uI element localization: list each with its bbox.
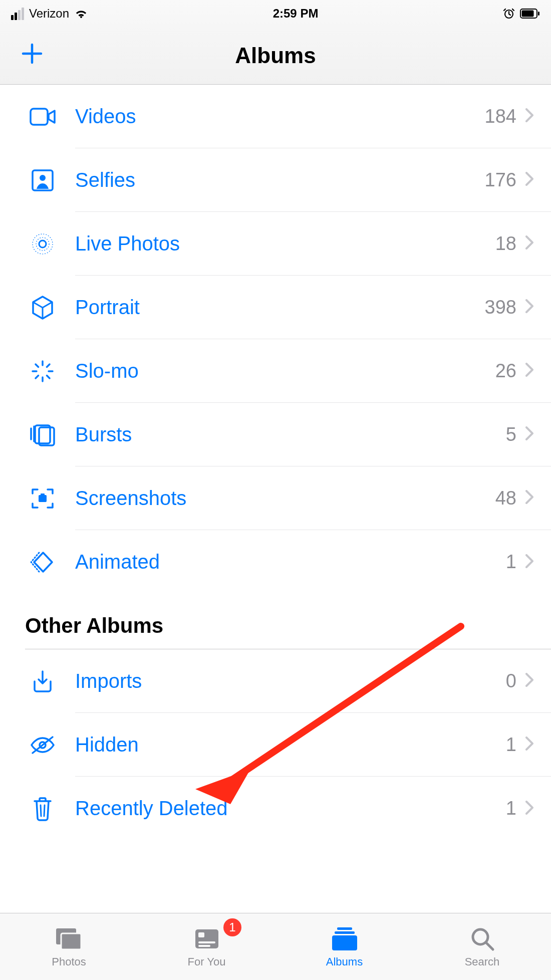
add-album-button[interactable]	[20, 41, 44, 71]
row-portrait[interactable]: Portrait 398	[0, 276, 551, 339]
battery-icon	[520, 9, 540, 19]
media-types-list: Videos 184 Selfies 176 Live Photos 18 Po…	[0, 85, 551, 594]
alarm-icon	[503, 8, 515, 20]
wifi-icon	[74, 8, 88, 19]
svg-line-17	[36, 375, 39, 378]
nav-bar: Albums	[0, 27, 551, 85]
status-time: 2:59 PM	[273, 7, 319, 21]
row-slomo[interactable]: Slo-mo 26	[0, 339, 551, 403]
for-you-tab-icon	[193, 925, 220, 952]
row-count: 176	[485, 169, 516, 191]
svg-rect-32	[198, 945, 210, 947]
chevron-right-icon	[525, 235, 533, 252]
chevron-right-icon	[525, 172, 533, 188]
svg-rect-2	[521, 11, 533, 17]
row-label: Recently Deleted	[75, 797, 506, 820]
row-label: Portrait	[75, 296, 485, 319]
svg-rect-35	[332, 935, 357, 950]
section-header-other-albums: Other Albums	[0, 594, 551, 649]
svg-point-8	[36, 237, 49, 251]
other-albums-list: Imports 0 Hidden 1 Recently Deleted 1	[0, 649, 551, 840]
status-bar: Verizon 2:59 PM	[0, 0, 551, 27]
row-recently-deleted[interactable]: Recently Deleted 1	[0, 777, 551, 840]
svg-line-37	[486, 943, 493, 949]
row-hidden[interactable]: Hidden 1	[0, 713, 551, 777]
row-bursts[interactable]: Bursts 5	[0, 403, 551, 466]
row-screenshots[interactable]: Screenshots 48	[0, 466, 551, 530]
status-right	[503, 8, 540, 20]
svg-line-15	[47, 375, 50, 378]
row-count: 26	[495, 360, 516, 382]
svg-rect-21	[39, 495, 47, 502]
svg-rect-30	[198, 932, 204, 937]
portrait-icon	[25, 295, 60, 320]
selfies-icon	[25, 169, 60, 192]
tab-label: For You	[188, 955, 226, 968]
carrier-label: Verizon	[29, 7, 69, 21]
row-label: Hidden	[75, 733, 506, 756]
svg-line-14	[36, 364, 39, 367]
row-count: 48	[495, 487, 516, 509]
row-selfies[interactable]: Selfies 176	[0, 148, 551, 212]
chevron-right-icon	[525, 737, 533, 753]
tab-photos[interactable]: Photos	[0, 913, 138, 980]
chevron-right-icon	[525, 299, 533, 315]
search-tab-icon	[470, 925, 495, 952]
status-left: Verizon	[11, 7, 88, 21]
row-label: Slo-mo	[75, 360, 495, 382]
row-count: 398	[485, 297, 516, 318]
row-count: 0	[506, 670, 516, 692]
slomo-icon	[25, 359, 60, 383]
row-videos[interactable]: Videos 184	[0, 85, 551, 148]
row-count: 184	[485, 106, 516, 127]
row-label: Bursts	[75, 423, 506, 446]
row-count: 18	[495, 233, 516, 255]
chevron-right-icon	[525, 801, 533, 817]
svg-rect-3	[538, 12, 539, 16]
animated-icon	[25, 551, 60, 574]
albums-tab-icon	[330, 925, 359, 952]
row-label: Screenshots	[75, 487, 495, 510]
row-imports[interactable]: Imports 0	[0, 649, 551, 713]
tab-albums[interactable]: Albums	[276, 913, 413, 980]
row-label: Imports	[75, 670, 506, 692]
tab-label: Albums	[326, 955, 363, 968]
svg-rect-33	[337, 927, 352, 930]
chevron-right-icon	[525, 426, 533, 442]
tab-label: Photos	[52, 955, 86, 968]
photos-tab-icon	[54, 925, 84, 952]
row-count: 5	[506, 424, 516, 445]
hidden-icon	[25, 735, 60, 755]
row-label: Videos	[75, 105, 485, 128]
tab-search[interactable]: Search	[413, 913, 551, 980]
tab-bar: Photos 1 For You Albums Search	[0, 913, 551, 980]
svg-point-6	[40, 175, 46, 181]
svg-rect-31	[198, 941, 215, 943]
row-count: 1	[506, 551, 516, 573]
chevron-right-icon	[525, 363, 533, 379]
svg-rect-22	[41, 494, 45, 496]
for-you-badge: 1	[223, 918, 241, 936]
svg-point-7	[39, 240, 46, 248]
svg-point-9	[33, 234, 53, 254]
svg-line-26	[44, 805, 45, 816]
svg-rect-4	[31, 109, 48, 125]
cellular-signal-icon	[11, 8, 24, 20]
screenshots-icon	[25, 486, 60, 511]
trash-icon	[25, 796, 60, 821]
chevron-right-icon	[525, 554, 533, 570]
bursts-icon	[25, 423, 60, 446]
chevron-right-icon	[525, 108, 533, 124]
row-label: Animated	[75, 551, 506, 573]
chevron-right-icon	[525, 490, 533, 506]
row-live-photos[interactable]: Live Photos 18	[0, 212, 551, 276]
svg-line-16	[47, 364, 50, 367]
chevron-right-icon	[525, 673, 533, 689]
video-icon	[25, 108, 60, 126]
imports-icon	[25, 669, 60, 693]
row-animated[interactable]: Animated 1	[0, 530, 551, 594]
row-count: 1	[506, 734, 516, 756]
svg-rect-28	[61, 933, 81, 949]
svg-line-24	[33, 737, 53, 753]
tab-for-you[interactable]: 1 For You	[138, 913, 276, 980]
